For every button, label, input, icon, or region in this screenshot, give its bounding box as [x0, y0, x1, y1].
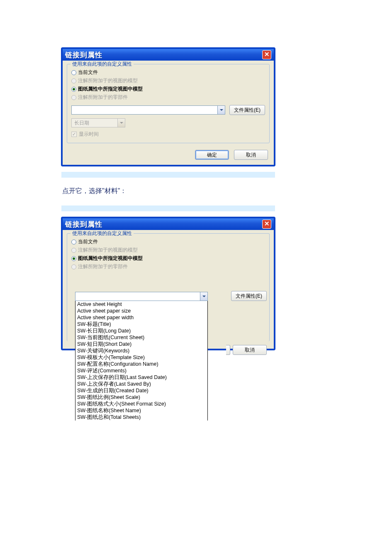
- dropdown-option[interactable]: SW-上次保存者(Last Saved By): [75, 381, 207, 387]
- radio-icon: [71, 78, 76, 83]
- radio-label: 图纸属性中所指定视图中模型: [78, 86, 143, 93]
- dropdown-option[interactable]: SW-短日期(Short Date): [75, 341, 207, 347]
- group-legend: 使用来自此项的自定义属性: [71, 61, 134, 68]
- property-combo-open[interactable]: Active sheet HeightActive sheet paper si…: [75, 292, 208, 421]
- dropdown-option[interactable]: Active sheet Height: [75, 301, 207, 308]
- divider-band: [61, 205, 275, 211]
- radio-current-file[interactable]: 当前文件: [71, 238, 265, 245]
- radio-icon: [71, 256, 76, 261]
- dropdown-option[interactable]: SW-配置名称(Configuration Name): [75, 361, 207, 367]
- dropdown-option[interactable]: SW-图纸名称(Sheet Name): [75, 407, 207, 414]
- radio-icon: [71, 240, 76, 244]
- chevron-down-icon[interactable]: [217, 106, 225, 114]
- property-input[interactable]: [75, 292, 200, 301]
- property-combo[interactable]: [71, 105, 225, 115]
- source-group: 使用来自此项的自定义属性 当前文件 注解所附加于的视图的模型 图纸属性中所指定视…: [67, 64, 270, 143]
- date-format-combo: 长日期: [71, 118, 125, 127]
- radio-current-file[interactable]: 当前文件: [71, 69, 265, 76]
- close-icon[interactable]: ✕: [262, 220, 271, 229]
- dropdown-option[interactable]: SW-模板大小(Template Size): [75, 354, 207, 361]
- button-fragment: [226, 345, 230, 355]
- dropdown-option[interactable]: SW-图纸比例(Sheet Scale): [75, 394, 207, 401]
- radio-icon: [71, 95, 76, 100]
- date-format-label: 长日期: [72, 119, 117, 127]
- radio-label: 图纸属性中所指定视图中模型: [78, 255, 143, 262]
- titlebar[interactable]: 链接到属性 ✕: [63, 49, 274, 61]
- dropdown-option[interactable]: SW-当前图纸(Current Sheet): [75, 334, 207, 341]
- radio-icon: [71, 248, 76, 253]
- radio-annotation-component: 注解所附加于的零部件: [71, 94, 265, 101]
- dropdown-option[interactable]: Active sheet paper width: [75, 314, 207, 321]
- property-input[interactable]: [72, 106, 217, 114]
- radio-label: 注解所附加于的视图的模型: [78, 247, 138, 254]
- ok-button[interactable]: 确定: [195, 150, 229, 160]
- titlebar[interactable]: 链接到属性 ✕: [63, 218, 274, 230]
- dialog-title: 链接到属性: [65, 50, 262, 60]
- radio-label: 注解所附加于的视图的模型: [78, 77, 138, 84]
- property-dropdown-list[interactable]: Active sheet HeightActive sheet paper si…: [75, 301, 208, 421]
- close-icon[interactable]: ✕: [262, 50, 271, 59]
- radio-label: 注解所附加于的零部件: [78, 94, 128, 101]
- radio-annotation-view-model: 注解所附加于的视图的模型: [71, 77, 265, 84]
- radio-sheet-specified-model[interactable]: 图纸属性中所指定视图中模型: [71, 255, 265, 262]
- checkbox-label: 显示时间: [79, 131, 99, 138]
- dropdown-option[interactable]: SW-评述(Comments): [75, 367, 207, 374]
- group-legend: 使用来自此项的自定义属性: [71, 230, 134, 237]
- radio-annotation-component: 注解所附加于的零部件: [71, 263, 265, 270]
- radio-icon: [71, 87, 76, 92]
- dropdown-option[interactable]: SW-图纸总和(Total Sheets): [75, 414, 207, 421]
- dropdown-option[interactable]: SW-图纸格式大小(Sheet Format Size): [75, 401, 207, 407]
- cancel-button[interactable]: 取消: [233, 345, 267, 355]
- radio-sheet-specified-model[interactable]: 图纸属性中所指定视图中模型: [71, 86, 265, 93]
- dropdown-option[interactable]: SW-关键词(Keywords): [75, 347, 207, 354]
- radio-label: 当前文件: [78, 238, 98, 245]
- radio-annotation-view-model: 注解所附加于的视图的模型: [71, 247, 265, 254]
- dialog-link-to-property-1: 链接到属性 ✕ 使用来自此项的自定义属性 当前文件 注解所附加于的视图的模型: [61, 48, 275, 166]
- divider-band: [61, 172, 275, 178]
- cancel-button[interactable]: 取消: [234, 150, 268, 160]
- dialog-title: 链接到属性: [65, 220, 262, 229]
- file-properties-button[interactable]: 文件属性(E): [231, 291, 267, 301]
- show-time-checkbox: ✓ 显示时间: [71, 131, 265, 138]
- radio-label: 注解所附加于的零部件: [78, 263, 128, 270]
- cancel-button-partial[interactable]: 取消: [226, 345, 267, 355]
- dropdown-option[interactable]: SW-生成的日期(Created Date): [75, 387, 207, 394]
- dropdown-option[interactable]: Active sheet paper size: [75, 308, 207, 314]
- file-properties-button[interactable]: 文件属性(E): [229, 105, 265, 115]
- checkbox-icon: ✓: [71, 132, 77, 137]
- instruction-text: 点开它，选择"材料"：: [61, 183, 275, 200]
- dropdown-option[interactable]: SW-上次保存的日期(Last Saved Date): [75, 374, 207, 381]
- chevron-down-icon: [117, 119, 125, 127]
- chevron-down-icon[interactable]: [200, 292, 207, 301]
- dropdown-option[interactable]: SW-长日期(Long Date): [75, 328, 207, 334]
- dropdown-option[interactable]: SW-标题(Title): [75, 321, 207, 328]
- radio-icon: [71, 264, 76, 269]
- radio-icon: [71, 70, 76, 75]
- radio-label: 当前文件: [78, 69, 98, 76]
